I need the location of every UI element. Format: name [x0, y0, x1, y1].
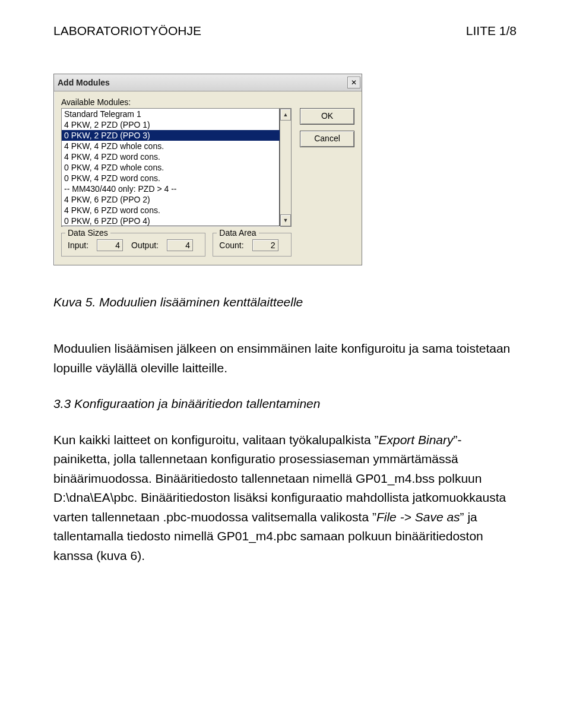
input-value: 4 — [97, 239, 123, 251]
data-area-legend: Data Area — [217, 228, 258, 238]
chevron-up-icon: ▲ — [283, 112, 289, 118]
list-item[interactable]: 4 PKW, 6 PZD word cons. — [62, 205, 280, 216]
data-sizes-legend: Data Sizes — [65, 228, 110, 238]
list-item[interactable]: -- MM430/440 only: PZD > 4 -- — [62, 183, 280, 194]
list-item[interactable]: 0 PKW, 6 PZD (PPO 4) — [62, 216, 280, 226]
list-item[interactable]: 4 PKW, 4 PZD whole cons. — [62, 141, 280, 151]
page-header: LABORATORIOTYÖOHJE LIITE 1/8 — [53, 24, 517, 38]
scroll-down-button[interactable]: ▼ — [280, 214, 291, 226]
scrollbar[interactable]: ▲ ▼ — [280, 109, 291, 226]
cancel-button[interactable]: Cancel — [300, 131, 354, 147]
export-binary-term: Export Binary — [378, 433, 453, 447]
list-item[interactable]: 4 PKW, 6 PZD (PPO 2) — [62, 194, 280, 205]
figure-caption: Kuva 5. Moduulien lisääminen kenttälaitt… — [53, 295, 517, 309]
list-item[interactable]: 0 PKW, 4 PZD word cons. — [62, 173, 280, 183]
paragraph-1: Moduulien lisäämisen jälkeen on ensimmäi… — [53, 339, 517, 378]
paragraph-2-a: Kun kaikki laitteet on konfiguroitu, val… — [53, 433, 378, 447]
list-item[interactable]: 0 PKW, 2 PZD (PPO 3) — [62, 130, 280, 141]
scroll-up-button[interactable]: ▲ — [280, 109, 291, 121]
ok-button[interactable]: OK — [300, 108, 354, 125]
header-right: LIITE 1/8 — [466, 24, 517, 38]
input-label: Input: — [68, 240, 88, 250]
add-modules-dialog: Add Modules ✕ Available Modules: Standar… — [53, 74, 362, 265]
list-item[interactable]: 4 PKW, 2 PZD (PPO 1) — [62, 119, 280, 130]
titlebar[interactable]: Add Modules ✕ — [54, 74, 362, 91]
output-value: 4 — [167, 239, 193, 251]
list-item[interactable]: Standard Telegram 1 — [62, 109, 280, 119]
dialog-title: Add Modules — [58, 78, 110, 87]
chevron-down-icon: ▼ — [283, 217, 289, 223]
close-button[interactable]: ✕ — [347, 77, 360, 88]
paragraph-2: Kun kaikki laitteet on konfiguroitu, val… — [53, 431, 517, 566]
header-left: LABORATORIOTYÖOHJE — [53, 24, 201, 38]
list-item[interactable]: 4 PKW, 4 PZD word cons. — [62, 151, 280, 162]
list-item[interactable]: 0 PKW, 4 PZD whole cons. — [62, 162, 280, 173]
close-icon: ✕ — [351, 79, 357, 86]
data-area-group: Data Area Count: 2 — [213, 233, 292, 257]
data-sizes-group: Data Sizes Input: 4 Output: 4 — [61, 233, 205, 257]
section-heading: 3.3 Konfiguraation ja binääritiedon tall… — [53, 394, 517, 414]
file-save-as-term: File -> Save as — [376, 510, 460, 524]
output-label: Output: — [131, 240, 159, 250]
available-modules-listbox[interactable]: Standard Telegram 1 4 PKW, 2 PZD (PPO 1)… — [61, 108, 292, 227]
count-value: 2 — [252, 239, 278, 251]
count-label: Count: — [219, 240, 243, 250]
available-modules-label: Available Modules: — [61, 97, 292, 107]
